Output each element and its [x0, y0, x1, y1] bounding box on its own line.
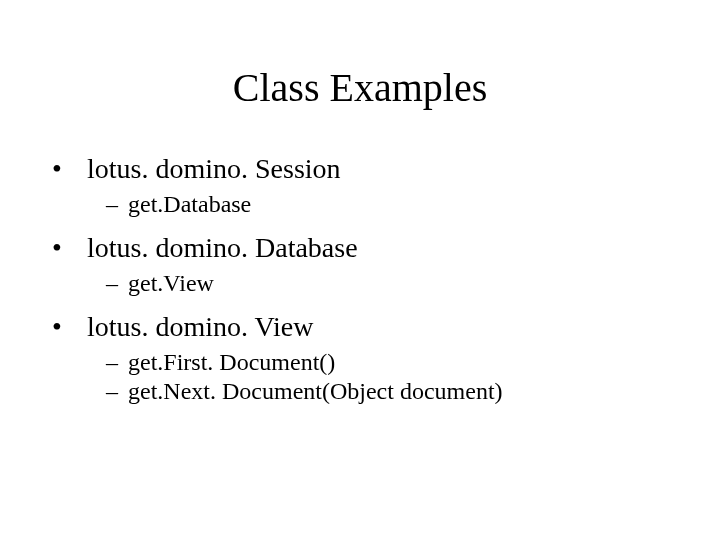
list-item: lotus. domino. Session get.Database [48, 153, 720, 218]
list-item-label: get.First. Document() [128, 349, 335, 375]
list-item-label: lotus. domino. Database [87, 232, 358, 263]
list-item-label: lotus. domino. View [87, 311, 313, 342]
slide-title: Class Examples [0, 64, 720, 111]
list-item: get.View [106, 270, 720, 297]
list-item: get.First. Document() [106, 349, 720, 376]
bullet-list-level1: lotus. domino. Session get.Database lotu… [48, 153, 720, 405]
bullet-list-level2: get.View [106, 270, 720, 297]
list-item-label: get.Next. Document(Object document) [128, 378, 503, 404]
list-item-label: get.Database [128, 191, 251, 217]
list-item: lotus. domino. View get.First. Document(… [48, 311, 720, 405]
slide-content: lotus. domino. Session get.Database lotu… [48, 153, 720, 405]
list-item: lotus. domino. Database get.View [48, 232, 720, 297]
list-item-label: get.View [128, 270, 214, 296]
bullet-list-level2: get.First. Document() get.Next. Document… [106, 349, 720, 405]
bullet-list-level2: get.Database [106, 191, 720, 218]
list-item-label: lotus. domino. Session [87, 153, 341, 184]
slide: Class Examples lotus. domino. Session ge… [0, 64, 720, 540]
list-item: get.Next. Document(Object document) [106, 378, 720, 405]
list-item: get.Database [106, 191, 720, 218]
